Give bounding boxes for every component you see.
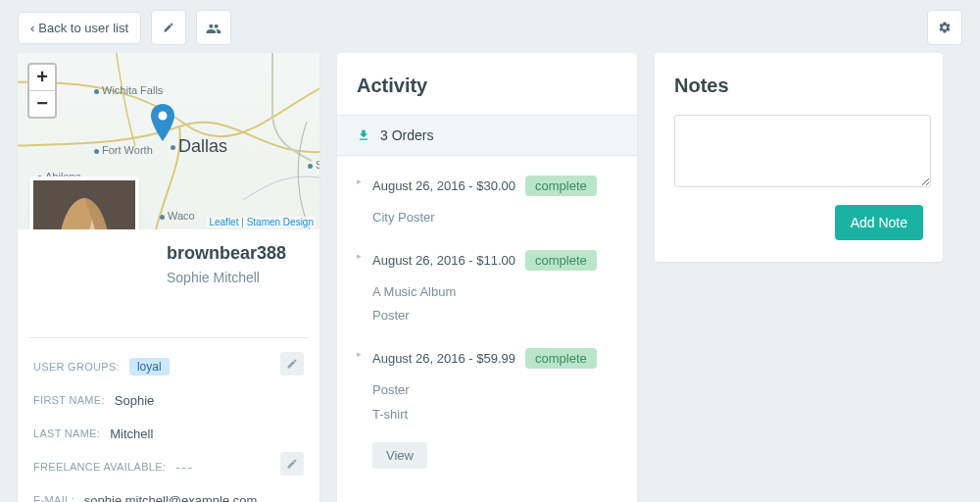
- order-line-item: City Poster: [372, 206, 617, 230]
- fullname: Sophie Mitchell: [167, 270, 292, 285]
- edit-user-groups-button[interactable]: [280, 352, 304, 376]
- orders-header[interactable]: 3 Orders: [337, 115, 637, 156]
- pencil-icon: [286, 358, 298, 370]
- map-attribution: Leaflet | Stamen Design: [207, 217, 316, 227]
- username: brownbear388: [167, 243, 292, 264]
- order-status-badge: complete: [525, 348, 597, 369]
- order-line-item: Poster: [372, 304, 617, 328]
- order-item: August 26, 2016 - $59.99completePosterT-…: [357, 338, 617, 436]
- order-amount: $59.99: [476, 351, 515, 366]
- activity-card: Activity 3 Orders August 26, 2016 - $30.…: [337, 53, 637, 502]
- group-button[interactable]: [196, 10, 231, 45]
- order-items: PosterT-shirt: [372, 378, 617, 427]
- stamen-link[interactable]: Stamen Design: [247, 217, 314, 227]
- users-icon: [206, 21, 221, 34]
- order-items: A Music AlbumPoster: [372, 280, 617, 328]
- activity-title: Activity: [337, 53, 637, 115]
- order-line-item: Poster: [372, 378, 617, 403]
- settings-button[interactable]: [927, 10, 962, 45]
- order-list: August 26, 2016 - $30.00completeCity Pos…: [337, 156, 637, 490]
- svg-point-0: [159, 112, 168, 121]
- chevron-left-icon: ‹: [30, 21, 34, 35]
- map-city-dallas: Dallas: [171, 136, 227, 157]
- order-line-item: T-shirt: [372, 403, 617, 427]
- field-first-name: First name: Sophie: [33, 383, 304, 417]
- edit-user-button[interactable]: [151, 10, 186, 45]
- view-orders-button[interactable]: View: [372, 442, 427, 469]
- map-city-waco: Waco: [160, 210, 195, 222]
- field-user-groups: User groups: loyal: [33, 350, 304, 383]
- map-city-fort-worth: Fort Worth: [94, 144, 153, 156]
- identity-block: brownbear388 Sophie Mitchell: [29, 229, 308, 338]
- map-zoom-control: + −: [27, 63, 57, 119]
- field-freelance-available: Freelance available: ---: [33, 450, 304, 483]
- notes-title: Notes: [655, 53, 943, 115]
- field-email: E-mail: sophie.mitchell@example.com: [33, 483, 304, 502]
- notes-card: Notes Add Note: [655, 53, 943, 262]
- order-amount: $30.00: [476, 178, 515, 193]
- profile-fields: User groups: loyal First name: Sophie La…: [18, 346, 319, 502]
- order-items: City Poster: [372, 206, 617, 230]
- back-to-user-list-button[interactable]: ‹ Back to user list: [18, 12, 141, 44]
- leaflet-link[interactable]: Leaflet: [209, 217, 238, 227]
- download-tray-icon: [357, 128, 370, 142]
- field-last-name: Last name: Mitchell: [33, 417, 304, 450]
- user-group-tag: loyal: [129, 358, 170, 376]
- map-city-s: S: [308, 159, 319, 171]
- map-zoom-in-button[interactable]: +: [29, 65, 55, 90]
- notes-textarea[interactable]: [674, 115, 931, 187]
- pencil-icon: [163, 22, 174, 33]
- order-date: August 26, 2016 -: [372, 253, 476, 268]
- gear-icon: [938, 21, 952, 34]
- order-amount: $11.00: [476, 253, 515, 268]
- hidden-items-note: ( 14 more hidden items ): [337, 490, 637, 502]
- profile-card: Wichita Falls Fort Worth Dallas Abilene …: [18, 53, 319, 502]
- order-date: August 26, 2016 -: [372, 178, 476, 193]
- user-location-map[interactable]: Wichita Falls Fort Worth Dallas Abilene …: [18, 53, 319, 229]
- order-line-item: A Music Album: [372, 280, 617, 305]
- edit-freelance-button[interactable]: [280, 452, 304, 476]
- map-pin-icon: [150, 104, 175, 143]
- order-status-badge: complete: [525, 176, 597, 196]
- map-city-wichita-falls: Wichita Falls: [94, 84, 163, 96]
- avatar-image: [33, 180, 135, 229]
- add-note-button[interactable]: Add Note: [835, 205, 923, 240]
- avatar: [29, 176, 139, 229]
- pencil-icon: [286, 458, 298, 470]
- order-date: August 26, 2016 -: [372, 351, 476, 366]
- order-item: August 26, 2016 - $11.00completeA Music …: [357, 240, 617, 338]
- order-status-badge: complete: [525, 250, 597, 271]
- order-item: August 26, 2016 - $30.00completeCity Pos…: [357, 166, 617, 240]
- map-zoom-out-button[interactable]: −: [29, 90, 55, 117]
